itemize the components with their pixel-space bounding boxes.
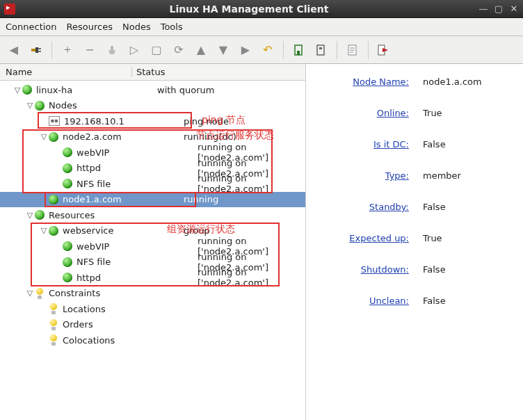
status-dot-icon <box>63 273 72 282</box>
toggle-icon[interactable]: ▽ <box>25 289 35 298</box>
row-name: httpd <box>77 163 101 173</box>
row-name: webservice <box>63 225 113 236</box>
status-dot-icon <box>63 241 72 251</box>
prop-value-online: True <box>423 108 442 118</box>
row-status: running <box>181 194 305 204</box>
separator <box>51 41 52 59</box>
window-title: Linux HA Management Client <box>19 3 478 15</box>
menu-nodes[interactable]: Nodes <box>122 22 151 32</box>
status-dot-icon <box>35 101 45 111</box>
prop-row-expectedup: Expected up: True <box>319 233 510 243</box>
prop-label-type[interactable]: Type: <box>319 170 409 181</box>
tree-row-resources[interactable]: ▽ Resources <box>0 207 305 223</box>
prop-label-isdc[interactable]: Is it DC: <box>319 139 409 150</box>
titlebar: Linux HA Management Client — ▢ ✕ <box>0 0 523 18</box>
menu-resources[interactable]: Resources <box>67 22 113 32</box>
toggle-icon[interactable]: ▽ <box>39 226 49 235</box>
app-icon <box>4 3 15 15</box>
tree-row[interactable]: NFS file running on ['node2.a.com'] <box>0 176 305 192</box>
column-header-status[interactable]: Status <box>132 67 305 77</box>
prop-label-unclean[interactable]: Unclean: <box>319 296 409 306</box>
right-icon: ▶ <box>236 40 255 60</box>
tree-row[interactable]: httpd running on ['node2.a.com'] <box>0 270 305 286</box>
toolbar: ◀ ＋ − ▷ ▢ ⟳ ▲ ▼ ▶ ↶ <box>0 36 523 64</box>
window-buttons: — ▢ ✕ <box>478 4 519 14</box>
menu-tools[interactable]: Tools <box>161 22 183 32</box>
prop-value-shutdown: False <box>423 264 446 275</box>
tree-row[interactable]: Orders <box>0 317 305 333</box>
tree: ▽ linux-ha with quorum ▽ Nodes ▪▪192.168… <box>0 81 305 350</box>
refresh-icon: ⟳ <box>169 40 188 60</box>
prop-label-expectedup[interactable]: Expected up: <box>319 233 409 243</box>
tree-row-pingnode[interactable]: ▪▪192.168.10.1 ping node <box>0 113 305 129</box>
row-name: Locations <box>63 304 106 314</box>
separator <box>368 41 369 59</box>
row-name: Colocations <box>63 335 115 346</box>
row-name: webVIP <box>77 147 109 158</box>
row-name: Constraints <box>49 288 100 298</box>
bulb-icon <box>49 334 58 346</box>
action1-icon[interactable] <box>289 40 309 60</box>
toggle-icon[interactable]: ▽ <box>13 86 22 95</box>
tree-row[interactable]: Locations <box>0 301 305 317</box>
up-icon: ▲ <box>191 40 211 60</box>
row-name: NFS file <box>77 179 111 189</box>
row-name: node2.a.com <box>63 131 122 142</box>
status-dot-icon <box>35 210 45 220</box>
row-name: httpd <box>77 273 101 283</box>
row-name: webVIP <box>77 241 109 252</box>
prop-row-type: Type: member <box>319 170 510 181</box>
remove-icon: − <box>80 40 99 60</box>
toggle-icon[interactable]: ▽ <box>39 132 49 141</box>
undo-icon[interactable]: ↶ <box>258 40 277 60</box>
exit-icon[interactable] <box>374 40 394 60</box>
status-dot-icon <box>49 226 58 236</box>
prop-label-nodename[interactable]: Node Name: <box>319 76 409 87</box>
toggle-icon[interactable]: ▽ <box>25 211 35 220</box>
status-dot-icon <box>63 257 72 267</box>
details-pane: Node Name: node1.a.com Online: True Is i… <box>306 64 523 420</box>
stop-icon: ▢ <box>147 40 166 60</box>
prop-label-online[interactable]: Online: <box>319 108 409 118</box>
back-arrow-icon: ◀ <box>4 40 24 60</box>
bulb-icon <box>49 303 58 314</box>
prop-value-standby: False <box>423 202 446 212</box>
prop-value-nodename: node1.a.com <box>423 76 482 87</box>
prop-value-type: member <box>423 170 461 181</box>
prop-value-unclean: False <box>423 296 446 306</box>
row-name: node1.a.com <box>63 194 122 204</box>
toggle-icon[interactable]: ▽ <box>25 101 35 110</box>
down-icon: ▼ <box>214 40 233 60</box>
row-status: running on ['node2.a.com'] <box>195 173 305 194</box>
prop-row-online: Online: True <box>319 108 510 118</box>
cleanup-icon <box>102 40 122 60</box>
tree-row[interactable]: Colocations <box>0 332 305 348</box>
play-icon: ▷ <box>124 40 144 60</box>
add-icon: ＋ <box>58 40 77 60</box>
bulb-icon <box>35 288 45 299</box>
minimize-button[interactable]: — <box>478 4 488 14</box>
separator <box>283 41 284 59</box>
row-name: Orders <box>63 319 93 330</box>
column-header-name[interactable]: Name <box>0 67 132 77</box>
row-status: running on ['node2.a.com'] <box>195 267 305 288</box>
close-button[interactable]: ✕ <box>509 4 519 14</box>
document-icon[interactable] <box>343 40 362 60</box>
menu-connection[interactable]: Connection <box>6 22 57 32</box>
status-dot-icon <box>49 132 58 142</box>
action2-icon[interactable] <box>312 40 331 60</box>
separator <box>337 41 337 59</box>
tree-row-node1[interactable]: node1.a.com running <box>0 192 305 208</box>
tree-row-nodes[interactable]: ▽ Nodes <box>0 98 305 114</box>
row-status: running(dc) <box>181 131 305 142</box>
prop-value-expectedup: True <box>423 233 442 243</box>
row-name: Resources <box>49 210 95 220</box>
status-dot-icon <box>63 147 72 157</box>
prop-label-standby[interactable]: Standby: <box>319 202 409 212</box>
maximize-button[interactable]: ▢ <box>494 4 504 14</box>
tree-row-root[interactable]: ▽ linux-ha with quorum <box>0 82 305 98</box>
plug-icon[interactable] <box>26 40 46 60</box>
terminal-icon: ▪▪ <box>49 116 60 126</box>
prop-label-shutdown[interactable]: Shutdown: <box>319 264 409 275</box>
status-dot-icon <box>63 163 72 173</box>
